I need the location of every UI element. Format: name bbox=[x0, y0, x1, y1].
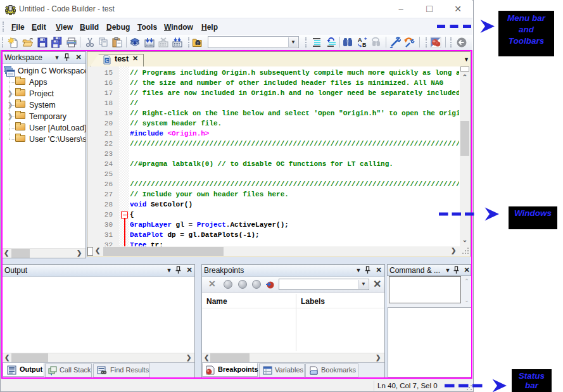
svg-text:A: A bbox=[358, 37, 362, 43]
svg-text:B: B bbox=[362, 42, 367, 48]
